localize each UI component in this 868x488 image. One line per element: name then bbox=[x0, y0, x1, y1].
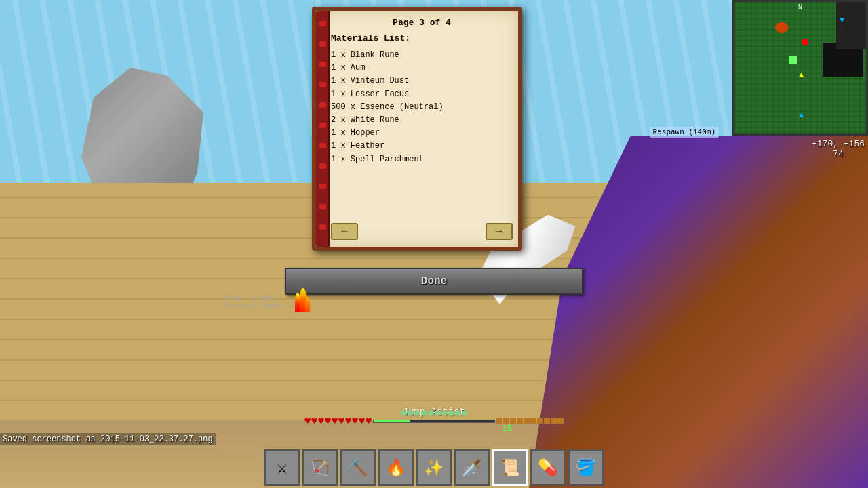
minimap: ▼ ▼ ▲ N bbox=[732, 0, 868, 136]
hotbar-icon-6: 🗡️ bbox=[462, 458, 482, 478]
level-badge: 15 bbox=[502, 424, 512, 434]
minimap-player-arrow: ▼ bbox=[799, 70, 804, 79]
heart-6 bbox=[338, 418, 344, 424]
hotbar-slot-5[interactable]: ✨ bbox=[416, 449, 452, 486]
next-page-button[interactable]: → bbox=[486, 223, 513, 240]
binding-dot-7 bbox=[319, 143, 326, 148]
page-indicator: Page 3 of 4 bbox=[331, 18, 513, 28]
hotbar-icon-5: ✨ bbox=[424, 458, 444, 478]
coordinates: +170, +156 74 bbox=[812, 139, 865, 159]
minimap-content: ▼ ▼ ▲ bbox=[734, 2, 866, 134]
armor-5 bbox=[428, 410, 434, 416]
book-item-3: 1 x Vinteum Dust bbox=[331, 75, 513, 87]
xp-bar-container bbox=[373, 420, 495, 423]
hotbar-slot-7-active[interactable]: 📜 bbox=[492, 449, 528, 486]
food-5 bbox=[524, 418, 530, 424]
done-button[interactable]: Done bbox=[285, 268, 583, 295]
coord-y: 74 bbox=[812, 149, 865, 159]
book-item-5: 500 x Essence (Neutral) bbox=[331, 101, 513, 114]
book-content: Page 3 of 4 Materials List: 1 x Blank Ru… bbox=[331, 18, 513, 213]
hotbar-icon-8: 💊 bbox=[538, 458, 558, 478]
hotbar-slot-4[interactable]: 🔥 bbox=[378, 449, 414, 486]
hotbar-icon-2: 🏹 bbox=[310, 458, 330, 478]
screenshot-saved-text: Saved screenshot as 2015-11-03_22.37.27.… bbox=[0, 433, 216, 445]
food-1 bbox=[496, 418, 502, 424]
armor-4 bbox=[421, 410, 427, 416]
food-4 bbox=[517, 418, 523, 424]
minimap-blue-arrow2: ▲ bbox=[799, 110, 804, 120]
food-bar bbox=[496, 418, 564, 424]
binding-dot-5 bbox=[319, 102, 326, 108]
hotbar-slot-6[interactable]: 🗡️ bbox=[454, 449, 490, 486]
food-8 bbox=[544, 418, 550, 424]
armor-6 bbox=[435, 410, 441, 416]
book-item-1: 1 x Blank Rune bbox=[331, 49, 513, 62]
binding-dot-8 bbox=[319, 163, 326, 169]
binding-dot-4 bbox=[319, 82, 326, 87]
heart-4 bbox=[325, 418, 331, 424]
binding-dot-1 bbox=[319, 21, 326, 26]
book-container: Page 3 of 4 Materials List: 1 x Blank Ru… bbox=[312, 7, 522, 251]
binding-dot-3 bbox=[319, 62, 326, 67]
food-2 bbox=[503, 418, 509, 424]
hotbar-icon-4: 🔥 bbox=[386, 458, 406, 478]
hotbar: ⚔️ 🏹 ⛏️ 🔥 ✨ 🗡️ 📜 💊 🪣 bbox=[264, 449, 604, 486]
hotbar-icon-7: 📜 bbox=[500, 458, 520, 478]
book-item-7: 1 x Hopper bbox=[331, 127, 513, 140]
armor-8 bbox=[448, 410, 454, 416]
minimap-north: N bbox=[798, 3, 802, 11]
hotbar-slot-2[interactable]: 🏹 bbox=[302, 449, 338, 486]
fire-visual bbox=[292, 285, 312, 312]
hotbar-slot-8[interactable]: 💊 bbox=[530, 449, 566, 486]
done-button-label: Done bbox=[421, 275, 447, 287]
book-item-6: 2 x White Rune bbox=[331, 114, 513, 127]
hotbar-slot-9[interactable]: 🪣 bbox=[568, 449, 604, 486]
book-items: 1 x Blank Rune1 x Aum1 x Vinteum Dust1 x… bbox=[331, 49, 513, 166]
armor-10 bbox=[462, 410, 468, 416]
binding-dot-2 bbox=[319, 41, 326, 47]
hotbar-slot-3[interactable]: ⛏️ bbox=[340, 449, 376, 486]
binding-dot-9 bbox=[319, 184, 326, 189]
binding-dot-10 bbox=[319, 204, 326, 209]
minimap-blue-arrow: ▼ bbox=[840, 16, 844, 25]
hotbar-slot-1[interactable]: ⚔️ bbox=[264, 449, 300, 486]
heart-3 bbox=[318, 418, 324, 424]
minimap-dark-2 bbox=[836, 2, 868, 49]
book-item-8: 1 x Feather bbox=[331, 140, 513, 152]
xp-bar-fill bbox=[374, 420, 410, 422]
armor-9 bbox=[455, 410, 461, 416]
heart-10 bbox=[366, 418, 372, 424]
food-7 bbox=[537, 418, 543, 424]
hud: 15 bbox=[304, 410, 564, 424]
respawn-label: Respawn (140m) bbox=[650, 127, 719, 138]
book-item-4: 1 x Lesser Focus bbox=[331, 88, 513, 101]
hotbar-icon-1: ⚔️ bbox=[277, 458, 287, 478]
food-9 bbox=[551, 418, 557, 424]
hotbar-icon-9: 🪣 bbox=[576, 458, 596, 478]
armor-3 bbox=[414, 410, 420, 416]
heart-1 bbox=[304, 418, 311, 424]
minimap-marker-red bbox=[802, 39, 808, 45]
health-bar bbox=[304, 418, 372, 424]
prev-page-button[interactable]: ← bbox=[331, 223, 358, 240]
binding-dot-6 bbox=[319, 123, 326, 128]
minimap-marker-green bbox=[789, 56, 797, 64]
book-frame: Page 3 of 4 Materials List: 1 x Blank Ru… bbox=[312, 7, 522, 251]
heart-8 bbox=[352, 418, 358, 424]
food-3 bbox=[510, 418, 516, 424]
book-binding bbox=[316, 11, 330, 247]
armor-1 bbox=[401, 410, 407, 416]
heart-2 bbox=[311, 418, 317, 424]
armor-2 bbox=[408, 410, 414, 416]
book-navigation: ← → bbox=[331, 223, 513, 240]
food-6 bbox=[530, 418, 536, 424]
book-item-2: 1 x Aum bbox=[331, 62, 513, 75]
heart-9 bbox=[359, 418, 365, 424]
minimap-marker-orange bbox=[775, 22, 789, 33]
armor-7 bbox=[441, 410, 448, 416]
book-item-9: 1 x Spell Parchment bbox=[331, 153, 513, 166]
heart-5 bbox=[332, 418, 338, 424]
heart-7 bbox=[345, 418, 351, 424]
coord-xy: +170, +156 bbox=[812, 139, 865, 149]
hotbar-icon-3: ⛏️ bbox=[348, 458, 368, 478]
